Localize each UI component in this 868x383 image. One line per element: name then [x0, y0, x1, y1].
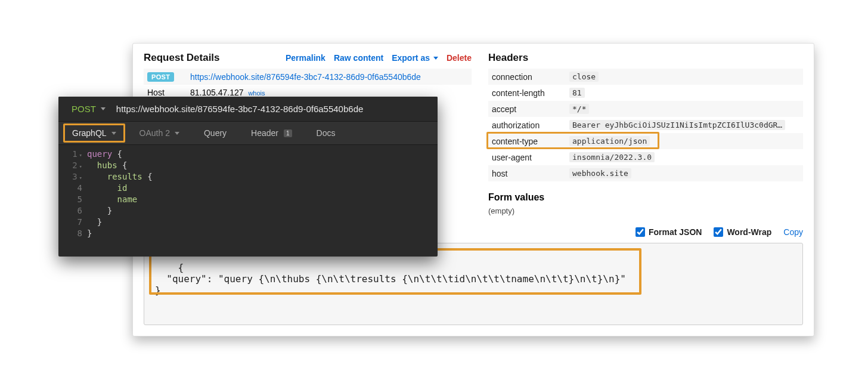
host-label: Host [147, 88, 190, 97]
word-wrap-label: Word-Wrap [727, 227, 771, 237]
method-badge-cell: POST [147, 72, 190, 82]
tab-docs[interactable]: Docs [305, 122, 348, 144]
tab-auth-label: OAuth 2 [140, 128, 170, 138]
tab-body-type-label: GraphQL [72, 128, 107, 138]
format-json-label: Format JSON [649, 227, 702, 237]
request-details-table: POST https://webhook.site/876594fe-3bc7-… [144, 69, 472, 100]
header-row: content-length 81 [488, 85, 803, 101]
export-as-link[interactable]: Export as [392, 53, 438, 63]
insomnia-tabs: GraphQL OAuth 2 Query Header 1 Docs [58, 121, 438, 145]
header-row: host webhook.site [488, 165, 803, 181]
chevron-down-icon [175, 132, 179, 135]
chevron-down-icon [111, 132, 116, 135]
code-token: name [117, 194, 138, 204]
word-wrap-toggle[interactable]: Word-Wrap [714, 227, 771, 237]
header-row: authorization Bearer eyJhbGciOiJSUzI1NiI… [488, 117, 803, 133]
format-json-toggle[interactable]: Format JSON [636, 227, 702, 237]
header-value: 81 [569, 88, 585, 98]
code-token: query [87, 149, 112, 159]
headers-table: connection close content-length 81 accep… [488, 69, 803, 181]
header-value: */* [569, 104, 589, 114]
chevron-down-icon [433, 57, 438, 60]
permalink-link[interactable]: Permalink [286, 53, 326, 63]
header-row-content-type: content-type application/json [488, 133, 803, 149]
method-selector[interactable]: POST [72, 104, 106, 114]
code-token: hubs [97, 160, 117, 170]
request-details-links: Permalink Raw content Export as Delete [286, 53, 472, 63]
headers-title: Headers [488, 52, 803, 64]
copy-button[interactable]: Copy [783, 227, 803, 237]
editor-gutter: 123 45678 [58, 149, 87, 239]
tab-query[interactable]: Query [192, 122, 239, 144]
header-row: user-agent insomnia/2022.3.0 [488, 149, 803, 165]
code-token: results [107, 172, 142, 181]
graphql-editor[interactable]: 123 45678 query { hubs { results { id na… [58, 145, 438, 245]
chevron-down-icon [101, 107, 106, 110]
header-key: authorization [492, 121, 569, 130]
raw-content-link[interactable]: Raw content [334, 53, 383, 63]
header-key: content-length [492, 88, 569, 98]
request-details-title: Request Details [144, 52, 220, 64]
export-as-label: Export as [392, 53, 430, 63]
tab-docs-label: Docs [317, 128, 336, 138]
insomnia-url-bar: POST https://webhook.site/876594fe-3bc7-… [58, 97, 438, 121]
header-key: user-agent [492, 153, 569, 162]
host-value-cell: 81.105.47.127 whois [190, 88, 468, 97]
request-url-cell: https://webhook.site/876594fe-3bc7-4132-… [190, 72, 468, 82]
header-key: connection [492, 72, 569, 82]
insomnia-window: POST https://webhook.site/876594fe-3bc7-… [58, 97, 438, 257]
form-values-empty: (empty) [488, 206, 803, 215]
header-value: close [569, 72, 599, 82]
format-json-checkbox[interactable] [636, 227, 645, 237]
header-count-badge: 1 [284, 129, 292, 137]
word-wrap-checkbox[interactable] [714, 227, 723, 237]
header-value: application/json [569, 136, 650, 146]
tab-query-label: Query [204, 128, 227, 138]
request-url-row: POST https://webhook.site/876594fe-3bc7-… [144, 69, 472, 85]
method-label: POST [72, 104, 96, 114]
request-url-link[interactable]: https://webhook.site/876594fe-3bc7-4132-… [190, 72, 421, 82]
header-value: webhook.site [569, 168, 631, 178]
tab-header[interactable]: Header 1 [239, 122, 304, 144]
header-row: connection close [488, 69, 803, 85]
host-value: 81.105.47.127 [190, 88, 244, 97]
tab-auth[interactable]: OAuth 2 [128, 122, 192, 144]
code-token: id [117, 183, 128, 193]
editor-code[interactable]: query { hubs { results { id name } } } [87, 149, 438, 239]
header-key: accept [492, 104, 569, 114]
header-value: insomnia/2022.3.0 [569, 152, 655, 162]
tab-body-type[interactable]: GraphQL [63, 123, 125, 143]
form-values-title: Form values [488, 192, 803, 203]
header-row: accept */* [488, 101, 803, 117]
delete-link[interactable]: Delete [447, 53, 472, 63]
request-details-title-row: Request Details Permalink Raw content Ex… [144, 52, 472, 69]
tab-header-label: Header [251, 128, 278, 138]
header-value: Bearer eyJhbGciOiJSUzI1NiIsImtpZCI6IlU3c… [569, 120, 785, 130]
url-input[interactable]: https://webhook.site/876594fe-3bc7-4132-… [116, 104, 364, 114]
method-badge: POST [147, 72, 174, 82]
header-key: host [492, 169, 569, 178]
request-body-text: { "query": "query {\n\thubs {\n\t\tresul… [155, 262, 626, 296]
header-key: content-type [492, 137, 569, 146]
headers-column: Headers connection close content-length … [488, 52, 803, 215]
